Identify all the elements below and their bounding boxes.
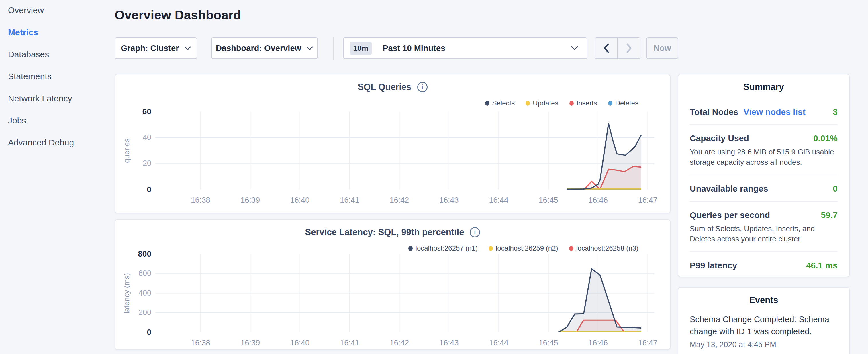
sidebar-item-databases[interactable]: Databases <box>8 50 74 59</box>
summary-row-p99-latency: P99 latency46.1 ms <box>690 252 838 278</box>
y-tick-label: 400 <box>119 289 151 297</box>
x-tick-label: 16:47 <box>627 339 668 347</box>
summary-row-queries-per-second: Queries per second59.7Sum of Selects, Up… <box>690 202 838 252</box>
legend-label: localhost:26257 (n1) <box>415 244 478 252</box>
x-tick-label: 16:44 <box>478 339 519 347</box>
summary-row-value: 3 <box>833 107 838 117</box>
summary-row-label: Queries per second <box>690 210 770 220</box>
chart-plot <box>155 112 654 190</box>
legend-dot <box>608 101 612 106</box>
sidebar-item-advanced-debug[interactable]: Advanced Debug <box>8 138 74 147</box>
sidebar-item-overview[interactable]: Overview <box>8 6 74 14</box>
summary-row-subtext: Sum of Selects, Updates, Inserts, and De… <box>690 223 838 244</box>
legend-item-localhost-26259-n2[interactable]: localhost:26259 (n2) <box>489 244 558 252</box>
sidebar-item-metrics[interactable]: Metrics <box>8 28 74 37</box>
x-tick-label: 16:41 <box>330 339 370 347</box>
x-tick-label: 16:39 <box>230 339 270 347</box>
sidebar-item-jobs[interactable]: Jobs <box>8 116 74 125</box>
time-range-selector[interactable]: 10m Past 10 Minutes <box>343 37 587 59</box>
chart-legend: localhost:26257 (n1)localhost:26259 (n2)… <box>408 244 639 252</box>
time-range-badge: 10m <box>350 41 372 55</box>
service-latency-chart-card: Service Latency: SQL, 99th percentile i … <box>115 219 671 350</box>
summary-row-head: Total NodesView nodes list3 <box>690 107 838 117</box>
time-prev-button[interactable] <box>595 38 617 58</box>
legend-label: Inserts <box>577 99 597 107</box>
view-nodes-list-link[interactable]: View nodes list <box>743 107 805 117</box>
legend-item-localhost-26258-n3[interactable]: localhost:26258 (n3) <box>569 244 639 252</box>
legend-item-inserts[interactable]: Inserts <box>569 99 597 107</box>
app-root: OverviewMetricsDatabasesStatementsNetwor… <box>0 0 868 354</box>
event-timestamp: May 13, 2020 at 4:45 PM <box>690 340 838 349</box>
chevron-down-icon <box>306 46 313 51</box>
dashboard-dropdown-label: Dashboard: Overview <box>216 43 301 53</box>
x-tick-label: 16:44 <box>478 196 519 205</box>
summary-row-unavailable-ranges: Unavailable ranges0 <box>690 175 838 202</box>
legend-label: localhost:26258 (n3) <box>576 244 639 252</box>
legend-dot <box>526 101 530 106</box>
y-tick-label: 600 <box>119 269 151 278</box>
legend-dot <box>485 101 490 106</box>
legend-label: Deletes <box>615 99 639 107</box>
legend-item-localhost-26257-n1[interactable]: localhost:26257 (n1) <box>408 244 478 252</box>
summary-row-value: 46.1 ms <box>806 261 838 270</box>
y-tick-label: 800 <box>119 250 151 259</box>
events-panel: Events Schema Change Completed: Schema c… <box>678 287 850 354</box>
series-area-localhost-26257-n1 <box>558 269 641 332</box>
chevron-right-icon <box>626 43 632 53</box>
summary-row-capacity-used: Capacity Used0.01%You are using 28.6 MiB… <box>690 125 838 175</box>
sql-queries-chart-card: SQL Queries i SelectsUpdatesInsertsDelet… <box>115 74 671 213</box>
x-tick-label: 16:45 <box>528 339 568 347</box>
sidebar-item-network-latency[interactable]: Network Latency <box>8 94 74 103</box>
time-pager <box>595 37 641 59</box>
info-icon[interactable]: i <box>417 82 428 92</box>
x-tick-label: 16:42 <box>379 196 419 205</box>
x-tick-label: 16:42 <box>379 339 419 347</box>
summary-row-value: 59.7 <box>821 210 838 220</box>
sidebar-item-statements[interactable]: Statements <box>8 72 74 81</box>
graph-dropdown[interactable]: Graph: Cluster <box>115 37 197 59</box>
y-tick-label: 0 <box>119 328 151 337</box>
events-title: Events <box>678 288 849 305</box>
legend-label: Selects <box>492 99 515 107</box>
chart-title: SQL Queries <box>358 82 411 92</box>
x-tick-label: 16:47 <box>627 196 668 205</box>
summary-row-subtext: You are using 28.6 MiB of 515.9 GiB usab… <box>690 147 838 167</box>
x-tick-label: 16:43 <box>429 339 469 347</box>
event-message: Schema Change Completed: Schema change w… <box>690 313 838 337</box>
info-icon[interactable]: i <box>470 227 480 237</box>
sidebar: OverviewMetricsDatabasesStatementsNetwor… <box>8 6 74 147</box>
summary-row-head: P99 latency46.1 ms <box>690 261 838 270</box>
chart-plot <box>155 254 654 332</box>
summary-panel: Summary Total NodesView nodes list3Capac… <box>678 74 850 277</box>
y-tick-label: 20 <box>119 159 151 168</box>
summary-row-head: Queries per second59.7 <box>690 210 838 220</box>
legend-label: Updates <box>533 99 558 107</box>
y-tick-label: 60 <box>119 107 151 116</box>
x-tick-label: 16:46 <box>578 339 618 347</box>
legend-item-selects[interactable]: Selects <box>485 99 515 107</box>
x-tick-label: 16:41 <box>330 196 370 205</box>
legend-item-deletes[interactable]: Deletes <box>608 99 639 107</box>
chevron-left-icon <box>603 43 610 53</box>
now-button[interactable]: Now <box>646 37 678 59</box>
summary-row-label: Total Nodes <box>690 107 738 117</box>
events-list: Schema Change Completed: Schema change w… <box>678 313 849 349</box>
summary-row-total-nodes: Total NodesView nodes list3 <box>690 99 838 125</box>
legend-dot <box>489 246 493 251</box>
summary-row-label: Capacity Used <box>690 133 749 143</box>
dashboard-dropdown[interactable]: Dashboard: Overview <box>211 37 318 59</box>
chart-title-row: SQL Queries i <box>115 82 670 92</box>
time-next-button[interactable] <box>617 38 640 58</box>
x-tick-label: 16:45 <box>528 196 568 205</box>
x-tick-label: 16:46 <box>578 196 618 205</box>
x-tick-label: 16:40 <box>280 196 320 205</box>
chart-title-row: Service Latency: SQL, 99th percentile i <box>115 227 670 237</box>
time-range-label: Past 10 Minutes <box>382 43 445 53</box>
legend-label: localhost:26259 (n2) <box>496 244 558 252</box>
chart-legend: SelectsUpdatesInsertsDeletes <box>485 99 639 107</box>
summary-row-label: Unavailable ranges <box>690 184 768 194</box>
summary-row-head: Unavailable ranges0 <box>690 184 838 194</box>
legend-item-updates[interactable]: Updates <box>526 99 558 107</box>
chevron-down-icon <box>184 46 191 51</box>
x-tick-label: 16:38 <box>181 196 221 205</box>
